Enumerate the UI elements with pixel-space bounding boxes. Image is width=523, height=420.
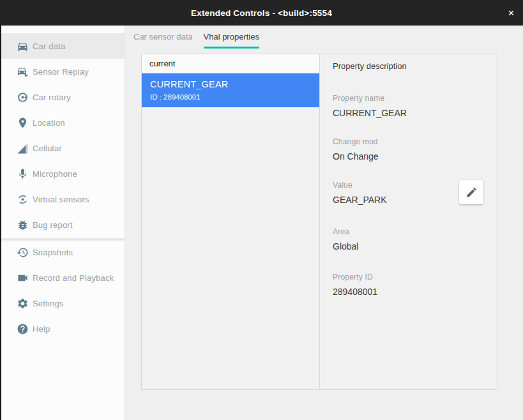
pencil-icon (466, 186, 478, 199)
gear-icon (17, 297, 29, 310)
property-item-id: ID : 289408001 (150, 93, 319, 101)
field-area: Area Global (333, 227, 358, 251)
microphone-icon (17, 168, 29, 180)
sidebar-item-record-playback[interactable]: Record and Playback (1, 265, 125, 290)
sidebar-item-label: Cellular (33, 144, 62, 153)
sidebar-item-help[interactable]: Help (1, 316, 125, 341)
window-title: Extended Controls - <build>:5554 (191, 8, 332, 18)
extended-controls-window: { "window": { "title": "Extended Control… (0, 0, 523, 420)
sidebar-item-car-data[interactable]: Car data (1, 33, 125, 59)
panel-title: Property description (333, 61, 407, 71)
sensor-replay-icon (17, 66, 29, 78)
field-property-name: Property name CURRENT_GEAR (333, 94, 407, 118)
tab-vhal-properties[interactable]: Vhal properties (204, 30, 259, 49)
vhal-panels: CURRENT_GEAR ID : 289408001 Property des… (141, 54, 497, 390)
field-label: Area (333, 227, 358, 236)
sidebar-item-label: Virtual sensors (33, 195, 89, 204)
property-list-panel: CURRENT_GEAR ID : 289408001 (142, 54, 320, 389)
virtual-sensors-icon (17, 193, 29, 206)
field-label: Property ID (333, 273, 377, 281)
field-property-id: Property ID 289408001 (333, 273, 377, 297)
property-detail-panel: Property description Property name CURRE… (320, 54, 497, 389)
history-icon (17, 246, 29, 259)
app-body: Car data Sensor Replay Car rotary Locati… (0, 26, 523, 420)
sidebar-item-car-rotary[interactable]: Car rotary (1, 84, 125, 110)
car-rotary-icon (17, 91, 29, 103)
sidebar-item-label: Help (33, 324, 50, 334)
field-value: 289408001 (333, 287, 377, 297)
property-filter-input[interactable] (149, 59, 309, 68)
sidebar-item-microphone[interactable]: Microphone (1, 161, 125, 186)
sidebar-item-cellular[interactable]: Cellular (1, 135, 125, 161)
sidebar-item-label: Car rotary (33, 93, 71, 102)
sidebar-item-bug-report[interactable]: Bug report (1, 212, 125, 237)
sidebar-item-label: Car data (33, 41, 65, 51)
field-value: On Change (333, 151, 379, 161)
sidebar-item-label: Snapshots (33, 248, 73, 257)
property-item-name: CURRENT_GEAR (150, 79, 319, 89)
field-value: GEAR_PARK (333, 195, 387, 205)
sidebar-item-virtual-sensors[interactable]: Virtual sensors (1, 186, 125, 212)
bug-icon (17, 219, 29, 231)
field-value: CURRENT_GEAR (333, 108, 407, 118)
sidebar-item-label: Record and Playback (33, 273, 114, 283)
field-value-group: Value GEAR_PARK (333, 181, 387, 205)
sidebar-item-label: Bug report (33, 220, 73, 230)
sidebar-item-location[interactable]: Location (1, 110, 125, 135)
sidebar-item-label: Settings (33, 299, 64, 308)
field-label: Change mode (333, 137, 378, 146)
sidebar-item-label: Sensor Replay (33, 67, 89, 77)
location-pin-icon (17, 117, 29, 129)
property-list-item-current-gear[interactable]: CURRENT_GEAR ID : 289408001 (142, 73, 319, 107)
content-area: Car sensor data Vhal properties CURRENT_… (126, 26, 523, 420)
cellular-signal-icon (17, 142, 29, 154)
close-icon[interactable]: ✕ (508, 9, 515, 17)
field-label: Value (333, 181, 387, 190)
car-icon (17, 40, 29, 52)
help-icon (17, 323, 29, 335)
field-change-mode: Change mode On Change (333, 137, 379, 161)
sidebar-item-label: Microphone (33, 169, 77, 179)
field-label: Property name (333, 94, 407, 103)
titlebar[interactable]: Extended Controls - <build>:5554 ✕ (0, 0, 523, 26)
property-filter-row (142, 54, 319, 73)
tab-car-sensor-data[interactable]: Car sensor data (133, 30, 193, 49)
sidebar-item-snapshots[interactable]: Snapshots (1, 239, 125, 265)
videocam-icon (17, 272, 29, 284)
sidebar-item-label: Location (33, 118, 65, 128)
sidebar-item-settings[interactable]: Settings (1, 290, 125, 316)
edit-value-button[interactable] (459, 180, 483, 204)
field-value: Global (333, 241, 358, 251)
tab-bar: Car sensor data Vhal properties (133, 30, 270, 49)
sidebar: Car data Sensor Replay Car rotary Locati… (1, 26, 125, 420)
sidebar-item-sensor-replay[interactable]: Sensor Replay (1, 59, 125, 84)
